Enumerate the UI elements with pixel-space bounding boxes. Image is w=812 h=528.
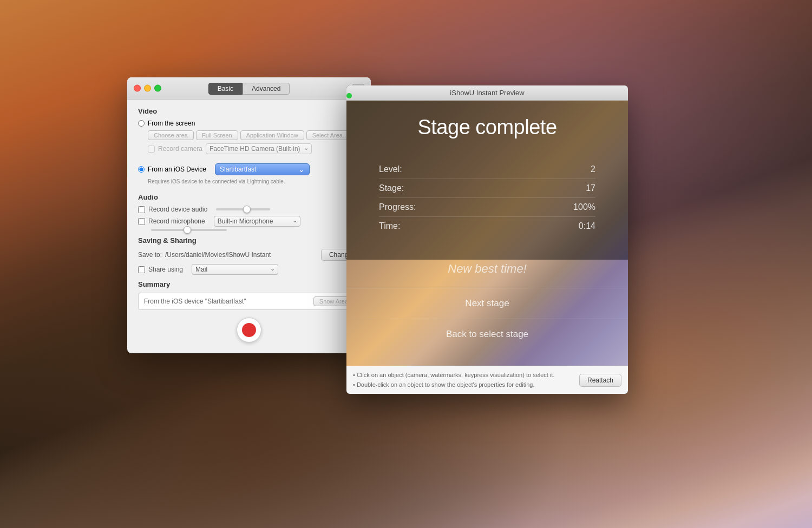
ios-device-arrow-icon: ⌄	[298, 165, 305, 174]
share-using-label: Share using	[148, 266, 183, 273]
screen-sub-options: Choose area Full Screen Application Wind…	[148, 130, 360, 157]
record-microphone-row: Record microphone Built-in Microphone	[138, 216, 360, 227]
best-time-text: New best time!	[346, 262, 628, 276]
share-service-wrapper: Mail	[192, 264, 278, 275]
microphone-slider-track	[151, 229, 227, 231]
level-label: Level:	[379, 164, 402, 174]
screen-btn-row: Choose area Full Screen Application Wind…	[148, 130, 360, 140]
maximize-button[interactable]	[154, 85, 161, 92]
footer-hint-2: • Double-click on an object to show the …	[353, 380, 555, 390]
record-camera-label: Record camera	[158, 145, 202, 153]
record-btn-wrap	[138, 318, 360, 342]
from-ios-label: From an iOS Device	[148, 166, 206, 173]
ios-hint: Requires iOS device to be connected via …	[148, 179, 360, 184]
level-row: Level: 2	[379, 160, 595, 179]
time-label: Time:	[379, 221, 400, 231]
preview-footer: • Click on an object (camera, watermarks…	[346, 366, 628, 394]
footer-hints: • Click on an object (camera, watermarks…	[353, 371, 555, 390]
share-using-row: Share using Mail	[138, 264, 360, 275]
stage-value: 17	[586, 183, 595, 193]
preview-window-title: iShowU Instant Preview	[450, 89, 524, 97]
camera-select-wrapper: FaceTime HD Camera (Built-in)	[206, 143, 312, 154]
record-device-audio-checkbox[interactable]	[138, 206, 145, 213]
next-stage-button[interactable]: Next stage	[346, 288, 628, 319]
from-screen-label: From the screen	[148, 120, 195, 127]
traffic-lights	[134, 85, 161, 92]
full-screen-btn[interactable]: Full Screen	[196, 130, 238, 140]
settings-window: Basic Advanced Video From the screen Cho…	[127, 77, 371, 353]
record-camera-checkbox[interactable]	[148, 146, 155, 153]
record-microphone-label: Record microphone	[148, 217, 205, 225]
action-buttons: Next stage Back to select stage	[346, 288, 628, 349]
progress-row: Progress: 100%	[379, 198, 595, 217]
summary-box: From the iOS device "Slartibartfast" Sho…	[138, 293, 360, 310]
application-window-btn[interactable]: Application Window	[240, 130, 304, 140]
tab-basic[interactable]: Basic	[208, 83, 243, 95]
from-ios-radio[interactable]	[138, 166, 145, 173]
summary-text: From the iOS device "Slartibartfast"	[144, 298, 246, 305]
audio-section-title: Audio	[138, 193, 360, 201]
reattach-button[interactable]: Reattach	[579, 374, 621, 387]
record-device-audio-label: Record device audio	[148, 206, 207, 213]
minimize-button[interactable]	[144, 85, 151, 92]
device-audio-slider-track	[216, 208, 270, 210]
camera-device-select[interactable]: FaceTime HD Camera (Built-in)	[206, 143, 312, 154]
stats-section: Level: 2 Stage: 17 Progress: 100% Time: …	[346, 160, 628, 235]
save-path-value: /Users/daniel/Movies/iShowU Instant	[165, 251, 271, 259]
settings-titlebar: Basic Advanced	[127, 77, 371, 100]
ios-device-value: Slartibartfast	[220, 166, 296, 173]
close-button[interactable]	[134, 85, 141, 92]
save-to-row: Save to: /Users/daniel/Movies/iShowU Ins…	[138, 249, 360, 261]
record-device-audio-row: Record device audio	[138, 206, 360, 213]
record-button[interactable]	[237, 318, 261, 342]
back-to-select-button[interactable]: Back to select stage	[346, 319, 628, 349]
stage-label: Stage:	[379, 183, 404, 193]
preview-titlebar: iShowU Instant Preview	[346, 85, 628, 101]
saving-section-title: Saving & Sharing	[138, 236, 360, 245]
microphone-slider-thumb[interactable]	[184, 226, 191, 234]
time-value: 0:14	[579, 221, 595, 231]
record-camera-row: Record camera FaceTime HD Camera (Built-…	[148, 143, 360, 154]
settings-content: Video From the screen Choose area Full S…	[127, 100, 371, 353]
microphone-select-wrapper: Built-in Microphone	[214, 216, 300, 227]
stage-complete-text: Stage complete	[346, 116, 628, 139]
progress-label: Progress:	[379, 202, 416, 212]
choose-area-btn[interactable]: Choose area	[148, 130, 194, 140]
stage-row: Stage: 17	[379, 179, 595, 198]
preview-window: iShowU Instant Preview Stage complete Le…	[346, 85, 628, 394]
progress-value: 100%	[573, 202, 595, 212]
record-dot-icon	[242, 323, 256, 337]
footer-hint-1: • Click on an object (camera, watermarks…	[353, 371, 555, 380]
save-to-info: Save to: /Users/daniel/Movies/iShowU Ins…	[138, 251, 271, 259]
from-screen-radio[interactable]	[138, 120, 145, 127]
preview-content: Stage complete Level: 2 Stage: 17 Progre…	[346, 101, 628, 366]
summary-section-title: Summary	[138, 280, 360, 288]
time-row: Time: 0:14	[379, 217, 595, 235]
level-value: 2	[591, 164, 595, 174]
microphone-device-select[interactable]: Built-in Microphone	[214, 216, 300, 227]
from-screen-row: From the screen	[138, 120, 360, 127]
video-section-title: Video	[138, 107, 360, 115]
device-audio-slider-thumb[interactable]	[243, 206, 251, 213]
record-microphone-checkbox[interactable]	[138, 218, 145, 225]
share-service-select[interactable]: Mail	[192, 264, 278, 275]
video-source-group: From the screen Choose area Full Screen …	[138, 120, 360, 188]
ios-device-dropdown[interactable]: Slartibartfast ⌄	[215, 163, 310, 175]
from-ios-row: From an iOS Device Slartibartfast ⌄	[138, 163, 360, 175]
tab-advanced[interactable]: Advanced	[243, 83, 290, 95]
tab-group: Basic Advanced	[208, 83, 290, 95]
green-indicator	[346, 93, 352, 98]
save-to-label: Save to:	[138, 251, 162, 259]
share-using-checkbox[interactable]	[138, 266, 145, 273]
